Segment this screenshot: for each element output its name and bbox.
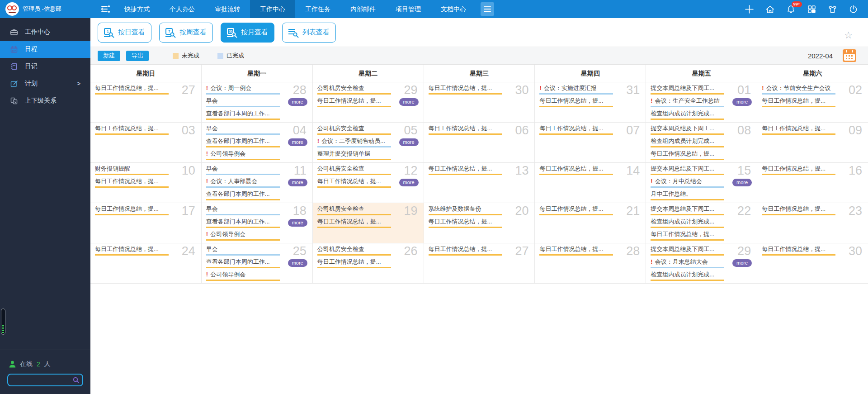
calendar-day-cell[interactable]: 每日工作情况总结，提...03 (90, 123, 202, 163)
schedule-entry[interactable]: 公司机房安全检查 (317, 165, 391, 177)
calendar-day-cell[interactable]: 财务报销提醒每日工作情况总结，提...10 (90, 163, 202, 203)
schedule-entry[interactable]: 每日工作情况总结，提... (429, 84, 502, 97)
theme-shirt-icon[interactable] (828, 5, 837, 14)
calendar-day-cell[interactable]: 公司机房安全检查每日工作情况总结，提...26 (313, 243, 424, 284)
favorite-star-icon[interactable]: ☆ (844, 30, 853, 41)
schedule-entry[interactable]: 每日工作情况总结，提... (429, 124, 502, 137)
schedule-entry[interactable]: !会议：节前安全生产会议 (762, 84, 835, 97)
schedule-entry[interactable]: 每日工作情况总结，提... (317, 218, 391, 230)
view-button-按月查看[interactable]: 30按月查看 (221, 23, 274, 43)
nav-item[interactable]: 审批流转 (205, 0, 250, 18)
schedule-entry[interactable]: 每日工作情况总结，提... (317, 258, 391, 271)
nav-item[interactable]: 内部邮件 (340, 0, 386, 18)
schedule-entry[interactable]: 每日工作情况总结，提... (651, 230, 724, 243)
schedule-entry[interactable]: 检查组内成员计划完成... (651, 271, 724, 283)
calendar-day-cell[interactable]: 提交本周总结及下周工...!会议：生产安全工作总结检查组内成员计划完成...01… (646, 82, 757, 123)
calendar-day-cell[interactable]: 每日工作情况总结，提...17 (90, 203, 202, 243)
calendar-day-cell[interactable]: 早会查看各部门本周的工作...!公司领导例会04more (202, 123, 313, 163)
schedule-entry[interactable]: 公司机房安全检查 (317, 84, 391, 97)
more-badge[interactable]: more (288, 138, 307, 146)
more-badge[interactable]: more (732, 179, 752, 186)
schedule-entry[interactable]: 每日工作情况总结，提... (762, 124, 835, 137)
calendar-day-cell[interactable]: 提交本周总结及下周工...检查组内成员计划完成...每日工作情况总结，提...0… (646, 123, 757, 163)
view-button-列表查看[interactable]: 列表查看 (282, 23, 336, 43)
home-icon[interactable] (765, 5, 775, 14)
schedule-entry[interactable]: 每日工作情况总结，提... (95, 205, 169, 218)
sidebar-item-计划[interactable]: 计划> (0, 75, 90, 92)
schedule-entry[interactable]: !会议：人事部晨会 (206, 177, 280, 190)
more-badge[interactable]: more (732, 259, 752, 267)
schedule-entry[interactable]: 早会 (206, 205, 280, 218)
schedule-entry[interactable]: 检查组内成员计划完成... (651, 109, 724, 122)
nav-item[interactable]: 工作任务 (295, 0, 340, 18)
calendar-day-cell[interactable]: !会议：节前安全生产会议每日工作情况总结，提...02 (757, 82, 868, 123)
menu-collapse-icon[interactable] (100, 5, 110, 14)
more-badge[interactable]: more (288, 179, 307, 186)
schedule-entry[interactable]: 提交本周总结及下周工... (651, 245, 724, 258)
notifications-bell-icon[interactable]: 99+ (786, 5, 796, 14)
schedule-entry[interactable]: 每日工作情况总结，提... (762, 205, 835, 218)
schedule-entry[interactable]: 每日工作情况总结，提... (651, 150, 724, 162)
calendar-day-cell[interactable]: 早会查看各部门本周的工作...!公司领导例会18more (202, 203, 313, 243)
calendar-day-cell[interactable]: 每日工作情况总结，提...13 (424, 163, 535, 203)
schedule-entry[interactable]: !公司领导例会 (206, 230, 280, 243)
schedule-entry[interactable]: 提交本周总结及下周工... (651, 205, 724, 218)
schedule-entry[interactable]: 早会 (206, 165, 280, 177)
calendar-day-cell[interactable]: 每日工作情况总结，提...30 (757, 243, 868, 284)
sidebar-search-input[interactable] (8, 375, 82, 385)
calendar-day-cell[interactable]: 每日工作情况总结，提...09 (757, 123, 868, 163)
more-badge[interactable]: more (732, 98, 752, 106)
schedule-entry[interactable]: 每日工作情况总结，提... (762, 245, 835, 258)
schedule-entry[interactable]: 查看各部门本周的工作... (206, 109, 280, 122)
schedule-entry[interactable]: 早会 (206, 97, 280, 109)
schedule-entry[interactable]: 每日工作情况总结，提... (762, 165, 835, 177)
schedule-entry[interactable]: 检查组内成员计划完成... (651, 218, 724, 230)
calendar-day-cell[interactable]: 提交本周总结及下周工...!会议：月末总结大会检查组内成员计划完成...29mo… (646, 243, 757, 284)
schedule-entry[interactable]: !公司领导例会 (206, 271, 280, 283)
schedule-entry[interactable]: !会议：周一例会 (206, 84, 280, 97)
schedule-entry[interactable]: !会议：月末总结大会 (651, 258, 724, 271)
view-button-按日查看[interactable]: 1按日查看 (98, 23, 151, 43)
schedule-entry[interactable]: 整理并提交报销单据 (317, 150, 391, 162)
sidebar-item-工作中心[interactable]: 工作中心 (0, 24, 90, 41)
schedule-entry[interactable]: 早会 (206, 124, 280, 137)
calendar-day-cell[interactable]: 每日工作情况总结，提...21 (535, 203, 646, 243)
schedule-entry[interactable]: 财务报销提醒 (95, 165, 169, 177)
schedule-entry[interactable]: 每日工作情况总结，提... (95, 124, 169, 137)
schedule-entry[interactable]: 查看各部门本周的工作... (206, 190, 280, 203)
calendar-day-cell[interactable]: 每日工作情况总结，提...30 (424, 82, 535, 123)
nav-item[interactable]: 项目管理 (386, 0, 431, 18)
schedule-entry[interactable]: 每日工作情况总结，提... (762, 97, 835, 109)
calendar-day-cell[interactable]: 公司机房安全检查每日工作情况总结，提...29more (313, 82, 424, 123)
nav-item[interactable]: 工作中心 (250, 0, 295, 18)
view-button-按周查看[interactable]: 7按周查看 (159, 23, 213, 43)
calendar-day-cell[interactable]: 每日工作情况总结，提...16 (757, 163, 868, 203)
sidebar-item-上下级关系[interactable]: 上下级关系 (0, 92, 90, 109)
schedule-entry[interactable]: 每日工作情况总结，提... (539, 245, 613, 258)
more-badge[interactable]: more (288, 219, 307, 227)
calendar-day-cell[interactable]: 公司机房安全检查每日工作情况总结，提...12more (313, 163, 424, 203)
schedule-entry[interactable]: 公司机房安全检查 (317, 245, 391, 258)
calendar-day-cell[interactable]: !会议：实施进度汇报每日工作情况总结，提...31 (535, 82, 646, 123)
search-icon[interactable] (73, 377, 80, 384)
calendar-day-cell[interactable]: 早会!会议：人事部晨会查看各部门本周的工作...11more (202, 163, 313, 203)
new-button[interactable]: 新建 (98, 51, 120, 61)
nav-item[interactable]: 快捷方式 (114, 0, 160, 18)
schedule-entry[interactable]: 每日工作情况总结，提... (95, 84, 169, 97)
schedule-entry[interactable]: 提交本周总结及下周工... (651, 165, 724, 177)
calendar-day-cell[interactable]: !会议：周一例会早会查看各部门本周的工作...28more (202, 82, 313, 123)
schedule-entry[interactable]: !会议：月中总结会 (651, 177, 724, 190)
schedule-entry[interactable]: !会议：二季度销售动员... (317, 137, 391, 150)
calendar-day-cell[interactable]: 系统维护及数据备份每日工作情况总结，提...20 (424, 203, 535, 243)
calendar-day-cell[interactable]: 每日工作情况总结，提...14 (535, 163, 646, 203)
calendar-day-cell[interactable]: 公司机房安全检查!会议：二季度销售动员...整理并提交报销单据05more (313, 123, 424, 163)
nav-item[interactable]: 文档中心 (431, 0, 476, 18)
schedule-entry[interactable]: 每日工作情况总结，提... (95, 177, 169, 190)
apps-menu-button[interactable] (481, 2, 494, 16)
apps-grid-icon[interactable] (807, 5, 816, 14)
more-badge[interactable]: more (288, 98, 307, 106)
more-badge[interactable]: more (288, 259, 307, 267)
schedule-entry[interactable]: 每日工作情况总结，提... (95, 245, 169, 258)
calendar-day-cell[interactable]: 提交本周总结及下周工...!会议：月中总结会月中工作总结。15more (646, 163, 757, 203)
schedule-entry[interactable]: !公司领导例会 (206, 150, 280, 162)
